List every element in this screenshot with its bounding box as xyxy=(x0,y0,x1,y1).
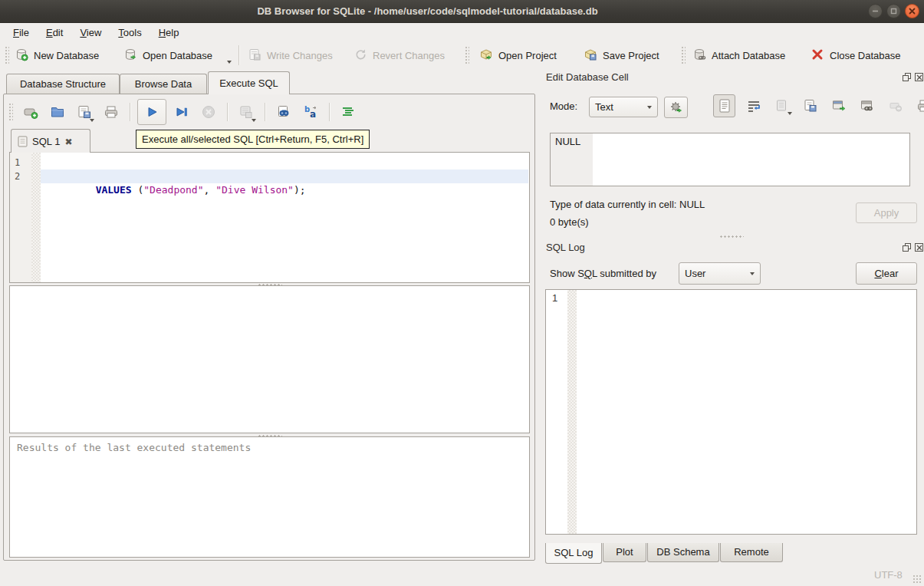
dock-splitter-handle[interactable] xyxy=(719,235,744,239)
sql-log-panel-title: SQL Log xyxy=(546,242,585,255)
sql-code-editor[interactable]: 1 2 INSERT INTO "hero" ("name", "secret_… xyxy=(9,152,530,283)
chevron-down-icon xyxy=(647,106,652,109)
sql-tab-label: SQL 1 xyxy=(32,136,60,147)
save-project-icon xyxy=(584,48,597,64)
save-as-icon xyxy=(803,98,818,114)
sql-log-area[interactable]: 1 xyxy=(545,289,917,535)
sql-toolbar-separator xyxy=(130,103,130,121)
sql-document-tab[interactable]: SQL 1 xyxy=(11,129,90,153)
open-database-button[interactable]: Open Database xyxy=(120,44,233,66)
sql-toolbar-drag-handle[interactable] xyxy=(8,103,13,121)
attach-database-button[interactable]: Attach Database xyxy=(689,44,789,66)
format-sql-button[interactable] xyxy=(337,101,360,123)
import-menu-caret[interactable] xyxy=(788,112,792,115)
code-line: INSERT INTO "hero" ("name", "secret_name… xyxy=(41,156,528,170)
log-filter-label: Show SQL submitted by xyxy=(550,268,656,279)
window-controls xyxy=(868,4,919,18)
new-database-button[interactable]: New Database xyxy=(11,44,103,66)
titlebar[interactable]: DB Browser for SQLite - /home/user/code/… xyxy=(0,0,924,23)
float-panel-icon[interactable] xyxy=(902,242,912,252)
new-sql-tab-button[interactable] xyxy=(19,101,42,123)
revert-changes-icon xyxy=(353,48,367,64)
close-sql-tab-icon[interactable] xyxy=(64,136,72,147)
execute-line-icon xyxy=(174,104,189,120)
print-cell-button[interactable] xyxy=(914,96,924,116)
tab-database-structure[interactable]: Database Structure xyxy=(6,74,120,94)
mode-label: Mode: xyxy=(550,100,577,112)
dock-tab-remote[interactable]: Remote xyxy=(720,543,783,562)
find-in-sql-button[interactable] xyxy=(272,101,295,123)
import-cell-data-button[interactable] xyxy=(772,96,792,116)
log-filter-select[interactable]: User xyxy=(679,262,761,285)
open-in-external-button[interactable] xyxy=(829,96,849,116)
execute-current-line-button[interactable] xyxy=(170,101,193,123)
results-grid[interactable] xyxy=(9,285,530,433)
toolbar-separator xyxy=(238,45,239,65)
minimize-button[interactable] xyxy=(868,4,883,18)
results-placeholder: Results of the last executed statements xyxy=(17,442,251,453)
open-database-menu-caret[interactable] xyxy=(227,61,232,64)
dock-tab-plot[interactable]: Plot xyxy=(603,543,646,562)
set-null-icon xyxy=(888,98,903,114)
close-panel-icon[interactable] xyxy=(914,242,924,252)
open-project-label: Open Project xyxy=(498,50,557,61)
cell-editor-margin: NULL xyxy=(551,133,593,186)
word-wrap-button[interactable] xyxy=(744,96,764,116)
text-mode-button[interactable] xyxy=(713,94,735,117)
import-file-icon xyxy=(774,98,790,114)
word-wrap-icon xyxy=(746,98,761,114)
menu-edit[interactable]: Edit xyxy=(38,25,71,40)
toolbar-drag-handle[interactable] xyxy=(465,46,469,64)
close-button[interactable] xyxy=(905,4,919,18)
sql-log-panel-buttons xyxy=(902,242,924,252)
dock-tab-sql-log[interactable]: SQL Log xyxy=(545,543,602,564)
auto-mode-button[interactable] xyxy=(664,97,688,118)
set-null-button[interactable] xyxy=(886,96,906,116)
format-lines-icon xyxy=(340,104,356,120)
execute-sql-button[interactable] xyxy=(137,99,166,125)
stop-execution-button[interactable] xyxy=(197,101,220,123)
resize-grip[interactable] xyxy=(912,574,922,584)
edit-cell-panel-buttons xyxy=(902,72,924,82)
mode-select[interactable]: Text xyxy=(589,97,658,117)
vertical-splitter[interactable] xyxy=(536,94,544,561)
menu-tools[interactable]: Tools xyxy=(110,25,150,40)
close-database-button[interactable]: Close Database xyxy=(807,44,905,66)
stop-icon xyxy=(201,104,216,120)
close-icon xyxy=(906,5,919,18)
save-sql-menu-caret[interactable] xyxy=(90,119,94,122)
app-window: DB Browser for SQLite - /home/user/code/… xyxy=(0,0,924,586)
toolbar-drag-handle[interactable] xyxy=(681,46,686,64)
toolbar-drag-handle[interactable] xyxy=(5,46,9,64)
float-panel-icon[interactable] xyxy=(902,72,912,82)
menu-file[interactable]: File xyxy=(5,25,38,40)
save-results-icon xyxy=(238,104,254,120)
write-changes-button[interactable]: Write Changes xyxy=(244,44,337,66)
tab-browse-data[interactable]: Browse Data xyxy=(120,74,207,94)
cell-value-editor[interactable]: NULL xyxy=(550,133,910,186)
close-panel-icon[interactable] xyxy=(914,72,924,82)
save-project-button[interactable]: Save Project xyxy=(580,44,663,66)
execute-tooltip: Execute all/selected SQL [Ctrl+Return, F… xyxy=(136,130,370,149)
copy-link-button[interactable] xyxy=(857,96,877,116)
apply-button[interactable]: Apply xyxy=(856,202,917,223)
open-sql-file-button[interactable] xyxy=(46,101,69,123)
replace-in-sql-button[interactable]: b a xyxy=(299,101,322,123)
save-sql-file-button[interactable] xyxy=(73,101,96,123)
maximize-button[interactable] xyxy=(886,4,901,18)
export-cell-data-button[interactable] xyxy=(801,96,820,116)
tab-execute-sql[interactable]: Execute SQL xyxy=(208,71,290,94)
revert-changes-button[interactable]: Revert Changes xyxy=(350,44,449,66)
open-file-icon xyxy=(50,104,65,120)
results-message-area[interactable]: Results of the last executed statements xyxy=(9,436,530,558)
menu-help[interactable]: Help xyxy=(150,25,188,40)
open-project-button[interactable]: Open Project xyxy=(475,44,561,66)
print-sql-button[interactable] xyxy=(100,101,123,123)
save-results-menu-caret[interactable] xyxy=(252,119,256,122)
menu-view[interactable]: View xyxy=(71,25,110,40)
clear-log-button[interactable]: Clear xyxy=(856,262,917,285)
save-results-button[interactable] xyxy=(235,101,258,123)
dock-tab-db-schema[interactable]: DB Schema xyxy=(647,543,719,562)
line-number-gutter: 1 2 xyxy=(10,153,31,282)
cell-editor-toolbar xyxy=(713,94,924,117)
